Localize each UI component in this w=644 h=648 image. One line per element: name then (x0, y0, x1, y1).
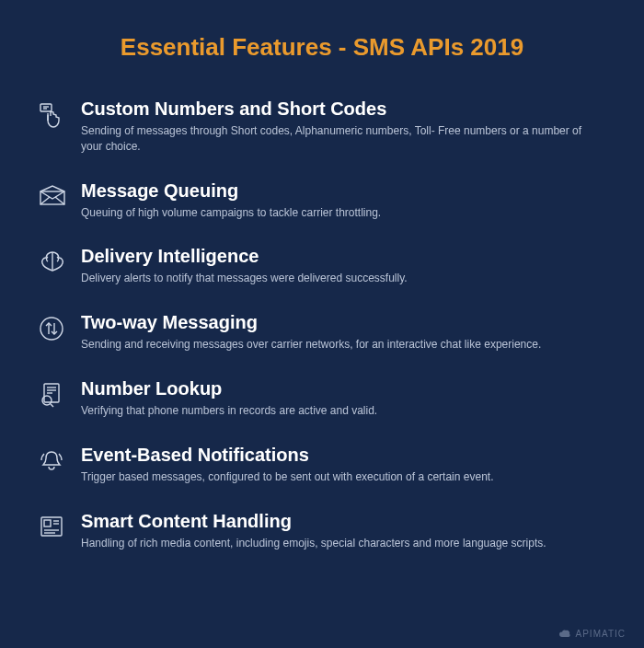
feature-delivery-intelligence: Delivery Intelligence Delivery alerts to… (39, 246, 605, 286)
feature-event-notifications: Event-Based Notifications Trigger based … (39, 445, 605, 485)
envelope-icon (39, 184, 81, 206)
feature-message-queuing: Message Queuing Queuing of high volume c… (39, 180, 605, 221)
svg-point-8 (40, 318, 63, 340)
feature-title: Number Lookup (81, 378, 605, 399)
feature-number-lookup: Number Lookup Verifying that phone numbe… (39, 378, 605, 419)
svg-line-16 (51, 404, 53, 407)
content-box-icon (39, 515, 81, 538)
brain-icon (39, 249, 81, 273)
feature-description: Queuing of high volume campaigns to tack… (81, 205, 596, 221)
footer-brand: APIMATIC (558, 629, 626, 639)
feature-smart-content: Smart Content Handling Handling of rich … (39, 511, 605, 551)
svg-line-6 (55, 197, 64, 204)
svg-rect-18 (44, 520, 51, 526)
two-way-arrows-icon (39, 316, 81, 341)
footer-text: APIMATIC (576, 629, 626, 639)
feature-title: Two-way Messaging (81, 312, 605, 333)
feature-title: Message Queuing (81, 180, 605, 202)
feature-description: Sending of messages through Short codes,… (81, 123, 596, 155)
page-title: Essential Features - SMS APIs 2019 (39, 33, 605, 62)
document-search-icon (39, 382, 81, 408)
svg-line-5 (40, 197, 50, 204)
bell-icon (39, 448, 81, 474)
hand-press-icon (39, 102, 81, 130)
feature-custom-numbers: Custom Numbers and Short Codes Sending o… (39, 98, 605, 155)
feature-description: Handling of rich media content, includin… (81, 536, 596, 551)
feature-title: Event-Based Notifications (81, 445, 605, 466)
svg-rect-0 (40, 104, 52, 111)
feature-title: Delivery Intelligence (81, 246, 605, 267)
feature-description: Trigger based messages, configured to be… (81, 469, 596, 485)
feature-title: Smart Content Handling (81, 511, 605, 532)
cloud-icon (558, 630, 571, 639)
feature-description: Delivery alerts to notify that messages … (81, 271, 596, 286)
feature-description: Sending and receiving messages over carr… (81, 337, 596, 353)
feature-title: Custom Numbers and Short Codes (81, 98, 605, 120)
feature-description: Verifying that phone numbers in records … (81, 403, 596, 419)
feature-two-way-messaging: Two-way Messaging Sending and receiving … (39, 312, 605, 353)
